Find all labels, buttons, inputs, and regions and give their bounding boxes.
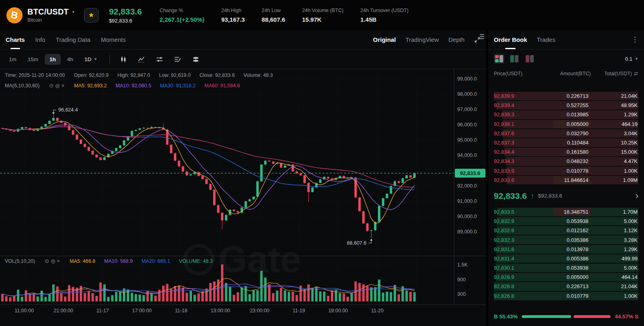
tab-info[interactable]: Info: [35, 30, 45, 49]
chevron-down-icon: ▼: [635, 57, 638, 61]
order-total: 10.25K: [591, 140, 638, 146]
btc-logo-icon: B: [6, 7, 23, 23]
pair-selector[interactable]: BTC/USDT ▼ Bitcoin: [27, 7, 75, 23]
timeframe-15m[interactable]: 15m: [23, 54, 43, 65]
panel-menu-icon[interactable]: [480, 34, 487, 39]
ob-tab-order-book[interactable]: Order Book: [494, 30, 527, 49]
order-total: 5.00K: [591, 218, 638, 224]
order-amount: 0.013985: [538, 111, 591, 118]
svg-text:1.5K: 1.5K: [457, 262, 468, 268]
order-price: 92,832.3: [494, 237, 538, 243]
chevron-down-icon: ▼: [72, 10, 75, 14]
eye-icon[interactable]: ⊙: [49, 83, 54, 89]
settings-icon[interactable]: ◎: [55, 83, 60, 89]
order-total: 1.29K: [591, 111, 638, 118]
mid-price: 92,833.6: [494, 191, 527, 201]
view-tab-tradingview[interactable]: TradingView: [405, 36, 439, 43]
order-amount: 0.013978: [538, 246, 591, 252]
bid-row[interactable]: 92,831.40.005386499.99: [494, 254, 638, 263]
ratio-bar: [522, 315, 611, 318]
bid-row[interactable]: 92,826.80.0107791.00K: [494, 291, 638, 301]
tick-size-select[interactable]: 0.1 ▼: [625, 56, 638, 62]
view-mode-both-button[interactable]: [494, 54, 504, 64]
bid-row[interactable]: 92,833.518.3487511.70M: [494, 207, 638, 217]
ask-row[interactable]: 92,833.611.8466141.09M: [494, 175, 638, 185]
stat-value: 93,167.3: [221, 16, 245, 23]
ask-row[interactable]: 92,839.90.22671321.04K: [494, 91, 638, 101]
order-total: 1.00K: [591, 168, 638, 174]
drawing-tools-icon[interactable]: [174, 56, 182, 63]
indicator-line-icon[interactable]: [138, 56, 145, 63]
tab-charts[interactable]: Charts: [6, 30, 25, 49]
favorite-button[interactable]: ★: [84, 8, 99, 23]
ob-tab-trades[interactable]: Trades: [537, 30, 555, 49]
ma-prefix: MA(5,10,30,60): [5, 83, 39, 89]
order-total: 48.95K: [591, 102, 638, 108]
ask-row[interactable]: 92,834.40.16158015.00K: [494, 147, 638, 157]
order-price: 92,828.9: [494, 274, 538, 280]
timeframe-1D[interactable]: 1D▼: [80, 54, 102, 65]
eye-icon[interactable]: ⊙: [45, 258, 49, 264]
chevron-right-icon[interactable]: ›: [636, 192, 638, 200]
svg-text:23:00:00: 23:00:00: [250, 308, 270, 314]
timeframe-1m[interactable]: 1m: [4, 54, 21, 65]
svg-text:300: 300: [457, 291, 466, 297]
ask-row[interactable]: 92,837.60.0327903.04K: [494, 129, 638, 138]
order-amount: 11.846614: [538, 177, 591, 183]
ask-row[interactable]: 92,837.30.11048410.25K: [494, 138, 638, 147]
mid-price-usd: $92,833.6: [538, 193, 562, 199]
svg-text:11-20: 11-20: [371, 308, 384, 314]
last-price-block: 92,833.6 $92,833.6: [109, 7, 142, 24]
timeframe-1h[interactable]: 1h: [45, 54, 61, 65]
toolbar-divider: [109, 55, 110, 64]
ask-row[interactable]: 92,839.30.0139851.29K: [494, 110, 638, 119]
swap-units-icon[interactable]: [634, 71, 638, 76]
mid-price-row[interactable]: 92,833.6 ↑ $92,833.6 ›: [494, 185, 638, 207]
order-price: 92,837.6: [494, 130, 538, 136]
vol-ma-value: MA10: 568.9: [104, 258, 133, 264]
stat-label: 24h Low: [262, 8, 285, 13]
candlestick-chart[interactable]: 92,833.699,000.098,000.097,000.096,000.0…: [0, 69, 486, 318]
view-tab-original[interactable]: Original: [373, 36, 396, 43]
timeframe-4h[interactable]: 4h: [62, 54, 78, 65]
view-mode-bids-button[interactable]: [509, 54, 520, 64]
settings-icon[interactable]: ◎: [51, 258, 55, 264]
svg-text:89,000.0: 89,000.0: [457, 229, 477, 235]
bid-row[interactable]: 92,831.60.0139781.29K: [494, 245, 638, 254]
bid-row[interactable]: 92,828.90.005000464.14: [494, 272, 638, 282]
order-total: 464.19: [591, 121, 638, 127]
order-amount: 0.053938: [538, 218, 591, 224]
candle-style-icon[interactable]: [120, 56, 127, 63]
svg-text:88,607.6: 88,607.6: [347, 240, 367, 246]
header-stats: Change %2,267.1(+2.50%)24h High93,167.32…: [159, 8, 408, 23]
ask-row[interactable]: 92,838.10.005000464.19: [494, 120, 638, 129]
close-icon[interactable]: ×: [57, 258, 60, 264]
order-price: 92,839.3: [494, 111, 538, 118]
bid-row[interactable]: 92,832.60.0121621.12K: [494, 226, 638, 235]
chart-region[interactable]: Time: 2025-11-20 14:00:00Open: 92,620.9H…: [0, 69, 486, 326]
order-price: 92,831.6: [494, 246, 538, 252]
view-tab-depth[interactable]: Depth: [448, 36, 464, 43]
tab-trading-data[interactable]: Trading Data: [56, 30, 91, 49]
order-price: 92,826.8: [494, 293, 538, 299]
svg-text:13:00:00: 13:00:00: [211, 308, 230, 314]
order-total: 21.04K: [591, 283, 638, 289]
more-options-icon[interactable]: ⋮: [632, 35, 638, 44]
bid-row[interactable]: 92,830.10.0539385.00K: [494, 263, 638, 272]
ask-row[interactable]: 92,833.90.0107781.00K: [494, 166, 638, 175]
order-amount: 0.035386: [538, 237, 591, 243]
compare-overlay-icon[interactable]: [192, 56, 200, 63]
stat-label: Change %: [159, 8, 204, 13]
bid-row[interactable]: 92,828.80.22671321.04K: [494, 282, 638, 291]
ask-row[interactable]: 92,839.40.52725548.95K: [494, 101, 638, 110]
svg-text:94,000.0: 94,000.0: [457, 153, 477, 158]
view-mode-asks-button[interactable]: [524, 54, 535, 64]
vol-controls: ⊙◎×: [44, 258, 61, 264]
ask-row[interactable]: 92,834.30.0482324.47K: [494, 157, 638, 166]
tab-moments[interactable]: Moments: [101, 30, 126, 49]
bid-row[interactable]: 92,832.90.0539385.00K: [494, 217, 638, 226]
close-icon[interactable]: ×: [61, 83, 64, 89]
indicator-settings-icon[interactable]: [156, 56, 163, 63]
order-book-tabbar: Order BookTrades ⋮: [488, 30, 644, 50]
bid-row[interactable]: 92,832.30.0353863.28K: [494, 235, 638, 244]
